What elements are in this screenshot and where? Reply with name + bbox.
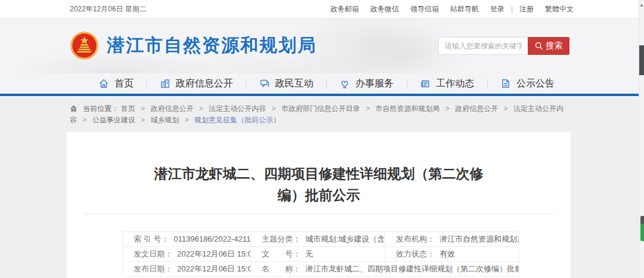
- scrollbar-thumb[interactable]: [639, 45, 644, 75]
- meta-label: 发文日期：: [134, 249, 172, 258]
- site-header: 潜江市自然资源和规划局 搜索: [0, 18, 644, 73]
- breadcrumb-separator: >: [82, 116, 86, 124]
- nav-item-gov-info[interactable]: 政府信息公开: [160, 78, 233, 90]
- meta-value: 城市规划;城乡建设（含住房）: [305, 234, 385, 243]
- nav-item-label: 办事服务: [355, 78, 394, 90]
- meta-label: 文 号：: [262, 249, 301, 258]
- document-meta-table: 索 引 号：011396186/2022-42113 主题分类：城市规划;城乡建…: [122, 231, 519, 277]
- meta-cell-doc-title: 名 称：潜江市龙虾城二、四期项目修建性详细规划（第二次修编）批前公示: [251, 262, 519, 277]
- newspaper-icon: [420, 78, 431, 89]
- breadcrumb: 当前位置： 首页 > 政府信息公开 > 法定主动公开内容 > 市政府部门信息公开…: [67, 96, 571, 132]
- home-icon: [98, 78, 109, 89]
- meta-label: 发布日期：: [134, 264, 172, 273]
- breadcrumb-separator: >: [445, 104, 450, 113]
- meta-value: 011396186/2022-42113: [174, 234, 250, 243]
- meta-cell-doc-number: 文 号：无: [251, 247, 385, 262]
- meta-label: 效力状态：: [396, 249, 435, 258]
- nav-divider: [146, 79, 147, 88]
- nav-item-label: 公示公告: [516, 78, 555, 90]
- breadcrumb-separator: >: [271, 104, 275, 113]
- meta-value: 2022年12月06日 15:09:23: [177, 249, 251, 258]
- breadcrumb-separator: >: [366, 104, 370, 113]
- meta-cell-issuing-agency: 发布机构：潜江市自然资源和规划局: [385, 232, 519, 247]
- breadcrumb-item[interactable]: 市政府部门信息公开目录: [281, 104, 360, 113]
- site-group-nav-link[interactable]: 站群导航: [450, 4, 479, 14]
- nav-item-label: 工作动态: [436, 78, 474, 90]
- main-nav: 首页 政府信息公开 政民互动 办事服务 工作动态 公示公告: [0, 73, 644, 96]
- heart-service-icon: [339, 78, 350, 89]
- breadcrumb-separator: >: [199, 104, 203, 113]
- meta-value: 潜江市龙虾城二、四期项目修建性详细规划（第二次修编）批前公示: [305, 264, 519, 273]
- breadcrumb-separator: >: [141, 116, 145, 124]
- breadcrumb-label: 当前位置：: [83, 104, 119, 113]
- scrollbar-up-arrow-icon[interactable]: [640, 4, 643, 7]
- nav-divider: [326, 79, 327, 88]
- document-icon: [500, 78, 511, 89]
- nav-divider: [246, 79, 246, 88]
- table-row: 发布日期：2022年12月06日 15:09:23 名 称：潜江市龙虾城二、四期…: [123, 262, 519, 277]
- breadcrumb-item[interactable]: 首页: [121, 104, 135, 113]
- meta-cell-validity-status: 效力状态：有效: [385, 247, 519, 262]
- meta-value: 潜江市自然资源和规划局: [439, 234, 519, 243]
- nav-divider: [407, 79, 407, 88]
- breadcrumb-item[interactable]: 公益事业建设: [92, 116, 135, 124]
- nav-item-news[interactable]: 工作动态: [420, 78, 474, 90]
- nav-item-label: 政府信息公开: [176, 78, 233, 90]
- search-box: 搜索: [438, 37, 569, 55]
- meta-cell-publish-date: 发布日期：2022年12月06日 15:09:23: [123, 262, 251, 277]
- nav-item-home[interactable]: 首页: [98, 78, 134, 90]
- login-register-divider: |: [511, 5, 513, 13]
- leader-mailbox-link[interactable]: 领导信箱: [410, 4, 439, 14]
- breadcrumb-home-icon: [70, 105, 78, 112]
- meta-label: 名 称：: [262, 264, 301, 273]
- meta-label: 索 引 号：: [134, 234, 169, 243]
- building-icon: [160, 78, 171, 89]
- top-utility-bar: 2022年12月06日 星期二 政务邮箱 政务微信 领导信箱 站群导航 登录 |…: [0, 0, 644, 18]
- search-icon: [535, 42, 543, 50]
- meta-label: 发布机构：: [396, 234, 435, 243]
- nav-item-label: 首页: [114, 78, 134, 90]
- gov-mail-link[interactable]: 政务邮箱: [330, 4, 359, 14]
- table-row: 发文日期：2022年12月06日 15:09:23 文 号：无 效力状态：有效: [123, 247, 519, 262]
- nav-item-label: 政民互动: [275, 78, 314, 90]
- floating-side-widget[interactable]: [640, 216, 644, 241]
- nav-item-interaction[interactable]: 政民互动: [259, 78, 314, 90]
- meta-cell-topic-category: 主题分类：城市规划;城乡建设（含住房）: [251, 232, 385, 247]
- login-link[interactable]: 登录: [490, 4, 504, 14]
- breadcrumb-item-current[interactable]: 规划意见征集（批前公示）: [194, 116, 280, 124]
- site-logo[interactable]: 潜江市自然资源和规划局: [70, 31, 317, 60]
- meta-value: 有效: [439, 249, 455, 258]
- breadcrumb-separator: >: [185, 116, 189, 124]
- nav-item-services[interactable]: 办事服务: [339, 78, 394, 90]
- meta-value: 2022年12月06日 15:09:23: [177, 264, 251, 273]
- gov-wechat-link[interactable]: 政务微信: [370, 4, 399, 14]
- breadcrumb-item[interactable]: 市自然资源和规划局: [376, 104, 440, 113]
- search-input[interactable]: [438, 37, 528, 55]
- national-emblem-icon: [70, 31, 99, 60]
- breadcrumb-item[interactable]: 政府信息公开: [150, 104, 193, 113]
- chat-bubbles-icon: [259, 78, 270, 89]
- article-title: 潜江市龙虾城二、四期项目修建性详细规划（第二次修编）批前公示: [152, 163, 486, 206]
- article-card: 潜江市龙虾城二、四期项目修建性详细规划（第二次修编）批前公示 索 引 号：011…: [67, 132, 571, 278]
- breadcrumb-item[interactable]: 法定主动公开内容: [209, 104, 266, 113]
- topbar-links: 政务邮箱 政务微信 领导信箱 站群导航 登录 | 注册 繁體中文: [330, 4, 574, 14]
- search-button[interactable]: 搜索: [528, 37, 569, 55]
- traditional-chinese-link[interactable]: 繁體中文: [545, 4, 574, 14]
- table-row: 索 引 号：011396186/2022-42113 主题分类：城市规划;城乡建…: [123, 232, 519, 247]
- meta-cell-issue-date: 发文日期：2022年12月06日 15:09:23: [123, 247, 251, 262]
- breadcrumb-separator: >: [141, 104, 145, 113]
- meta-cell-index-number: 索 引 号：011396186/2022-42113: [123, 232, 251, 247]
- meta-value: 无: [305, 249, 313, 258]
- nav-divider: [487, 79, 488, 88]
- meta-label: 主题分类：: [262, 234, 301, 243]
- title-divider: [83, 214, 554, 214]
- search-button-label: 搜索: [546, 41, 563, 51]
- breadcrumb-separator: >: [504, 104, 508, 113]
- nav-item-notices[interactable]: 公示公告: [500, 78, 555, 90]
- current-date: 2022年12月06日 星期二: [70, 4, 147, 14]
- register-link[interactable]: 注册: [519, 4, 534, 14]
- breadcrumb-item[interactable]: 城乡规划: [150, 116, 179, 124]
- breadcrumb-item[interactable]: 政府信息公开: [455, 104, 498, 113]
- site-title: 潜江市自然资源和规划局: [107, 33, 317, 58]
